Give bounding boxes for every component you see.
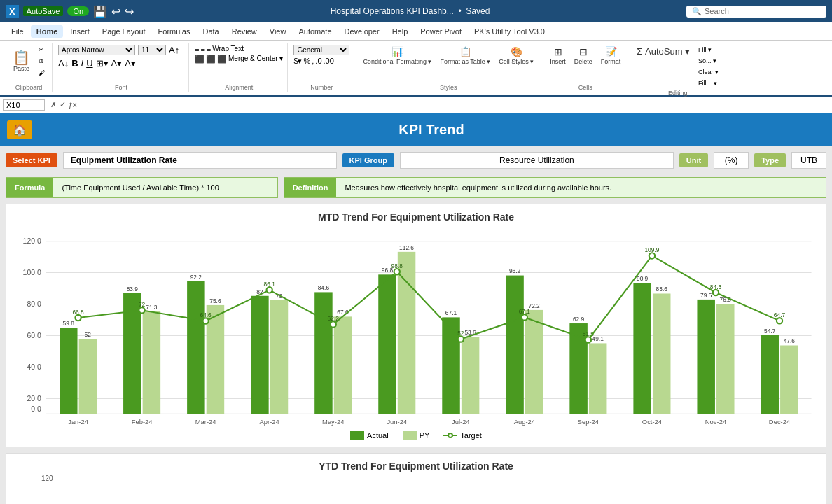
sort-filter-button[interactable]: So... ▾ bbox=[695, 56, 721, 66]
menu-file[interactable]: File bbox=[6, 25, 29, 38]
redo-icon[interactable]: ↪ bbox=[125, 5, 134, 18]
actual-label-8: 62.9 bbox=[573, 316, 585, 323]
menu-insert[interactable]: Insert bbox=[64, 25, 95, 38]
autosum-button[interactable]: Σ AutoSum ▾ bbox=[634, 45, 693, 88]
menu-view[interactable]: View bbox=[264, 25, 292, 38]
clear-button[interactable]: Clear ▾ bbox=[695, 67, 721, 77]
font-size-select[interactable]: 11 bbox=[138, 45, 166, 55]
py-bar-11 bbox=[780, 345, 798, 414]
delete-cells-button[interactable]: ⊟ Delete bbox=[571, 45, 595, 66]
cell-styles-button[interactable]: 🎨 Cell Styles ▾ bbox=[496, 45, 536, 66]
svg-text:60.0: 60.0 bbox=[27, 332, 41, 340]
actual-label-11: 54.7 bbox=[764, 328, 776, 335]
menu-help[interactable]: Help bbox=[387, 25, 414, 38]
month-label-7: Aug-24 bbox=[514, 418, 535, 426]
font-grow-icon[interactable]: A↑ bbox=[169, 45, 179, 55]
legend-target-label: Target bbox=[460, 431, 482, 440]
home-button[interactable]: 🏠 bbox=[7, 120, 32, 139]
align-left-button[interactable]: ⬛ bbox=[195, 55, 204, 64]
menu-bar: File Home Insert Page Layout Formulas Da… bbox=[0, 22, 832, 41]
align-right-button[interactable]: ⬛ bbox=[217, 55, 227, 64]
kpi-group-label: KPI Group bbox=[342, 153, 394, 167]
menu-developer[interactable]: Developer bbox=[339, 25, 385, 38]
kpi-info-row: Select KPI Equipment Utilization Rate KP… bbox=[0, 146, 832, 174]
format-cells-button[interactable]: 📝 Format bbox=[598, 45, 624, 66]
italic-button[interactable]: I bbox=[81, 58, 84, 69]
increase-decimal-button[interactable]: .0 bbox=[315, 57, 321, 66]
alignment-label: Alignment bbox=[225, 84, 253, 91]
find-select-button[interactable]: Fill... ▾ bbox=[695, 78, 721, 88]
font-color-button[interactable]: A▾ bbox=[125, 58, 136, 69]
align-middle-button[interactable]: ≡ bbox=[200, 45, 204, 53]
wrap-text-button[interactable]: Wrap Text bbox=[212, 45, 244, 53]
cut-button[interactable]: ✂ bbox=[36, 45, 48, 55]
ytd-chart-container: YTD Trend For Equipment Utilization Rate… bbox=[6, 453, 826, 504]
search-box[interactable]: 🔍 Search bbox=[686, 6, 826, 18]
svg-text:20.0: 20.0 bbox=[27, 395, 41, 402]
mtd-chart-svg: 120.0 100.0 80.0 60.0 40.0 20.0 0.0 59.8… bbox=[13, 230, 819, 426]
menu-pk-utility[interactable]: PK's Utility Tool V3.0 bbox=[469, 25, 550, 38]
paste-button[interactable]: 📋 Paste bbox=[10, 49, 33, 74]
formula-text: (Time Equipment Used / Available Time) *… bbox=[53, 178, 227, 197]
legend-py-label: PY bbox=[420, 431, 430, 440]
underline-button[interactable]: U bbox=[86, 58, 92, 69]
insert-cells-button[interactable]: ⊞ Insert bbox=[547, 45, 569, 66]
borders-button[interactable]: ⊞▾ bbox=[96, 58, 109, 69]
ribbon-number-group: General $▾ % , .0 .00 Number bbox=[289, 43, 354, 92]
autosave-toggle[interactable]: On bbox=[67, 6, 89, 16]
merge-center-button[interactable]: Merge & Center ▾ bbox=[228, 55, 283, 64]
menu-data[interactable]: Data bbox=[197, 25, 224, 38]
insert-function-icon[interactable]: ƒx bbox=[69, 100, 77, 109]
undo-icon[interactable]: ↩ bbox=[111, 5, 120, 18]
actual-label-2: 92.2 bbox=[190, 274, 202, 281]
title-bar: X AutoSave On 💾 ↩ ↪ Hospital Operations … bbox=[0, 0, 832, 22]
menu-page-layout[interactable]: Page Layout bbox=[97, 25, 151, 38]
ytd-chart-title: YTD Trend For Equipment Utilization Rate bbox=[13, 461, 819, 472]
font-family-select[interactable]: Aptos Narrow bbox=[58, 45, 135, 55]
format-painter-button[interactable]: 🖌 bbox=[36, 68, 48, 78]
py-bar-3 bbox=[270, 300, 288, 414]
actual-label-1: 83.9 bbox=[127, 286, 139, 293]
save-icon[interactable]: 💾 bbox=[93, 5, 107, 18]
align-top-button[interactable]: ≡ bbox=[195, 45, 199, 53]
target-point-4 bbox=[331, 321, 336, 327]
month-label-2: Mar-24 bbox=[195, 418, 216, 426]
svg-text:80.0: 80.0 bbox=[27, 300, 41, 308]
conditional-formatting-button[interactable]: 📊 Conditional Formatting ▾ bbox=[360, 45, 434, 66]
month-label-3: Apr-24 bbox=[260, 418, 279, 426]
comma-button[interactable]: , bbox=[312, 57, 314, 66]
kpi-header-bar: 🏠 KPI Trend bbox=[0, 113, 832, 146]
percent-button[interactable]: % bbox=[304, 57, 311, 66]
title-bar-right: 🔍 Search bbox=[686, 6, 826, 18]
menu-power-pivot[interactable]: Power Pivot bbox=[415, 25, 467, 38]
number-format-select[interactable]: General bbox=[293, 45, 349, 55]
title-bar-left: X AutoSave On 💾 ↩ ↪ bbox=[6, 5, 134, 18]
currency-button[interactable]: $▾ bbox=[293, 57, 302, 66]
align-center-button[interactable]: ⬛ bbox=[206, 55, 216, 64]
py-bar-1 bbox=[143, 312, 160, 414]
py-bar-4 bbox=[334, 316, 352, 414]
legend-actual-color bbox=[350, 431, 364, 440]
align-bottom-button[interactable]: ≡ bbox=[207, 45, 211, 53]
menu-automate[interactable]: Automate bbox=[293, 25, 337, 38]
confirm-formula-icon[interactable]: ✓ bbox=[60, 100, 66, 109]
formula-input[interactable] bbox=[83, 101, 829, 109]
type-value: UTB bbox=[791, 152, 826, 169]
menu-formulas[interactable]: Formulas bbox=[153, 25, 196, 38]
number-label: Number bbox=[310, 84, 333, 91]
cell-reference-input[interactable] bbox=[3, 99, 45, 111]
unit-label: Unit bbox=[679, 153, 708, 167]
copy-button[interactable]: ⧉ bbox=[36, 56, 48, 66]
cancel-formula-icon[interactable]: ✗ bbox=[50, 100, 57, 109]
document-title: Hospital Operations KPI Dashb... • Saved bbox=[134, 6, 686, 16]
font-shrink-icon[interactable]: A↓ bbox=[58, 58, 69, 69]
ribbon-font-group: Aptos Narrow 11 A↑ A↓ B I U ⊞▾ A▾ A▾ Fon… bbox=[54, 43, 189, 92]
menu-home[interactable]: Home bbox=[31, 25, 64, 38]
menu-review[interactable]: Review bbox=[226, 25, 263, 38]
decrease-decimal-button[interactable]: .00 bbox=[324, 57, 334, 66]
actual-bar-10 bbox=[697, 300, 714, 414]
fill-button[interactable]: Fill ▾ bbox=[695, 45, 721, 55]
format-as-table-button[interactable]: 📋 Format as Table ▾ bbox=[437, 45, 493, 66]
bold-button[interactable]: B bbox=[71, 58, 78, 69]
fill-color-button[interactable]: A▾ bbox=[111, 58, 123, 69]
